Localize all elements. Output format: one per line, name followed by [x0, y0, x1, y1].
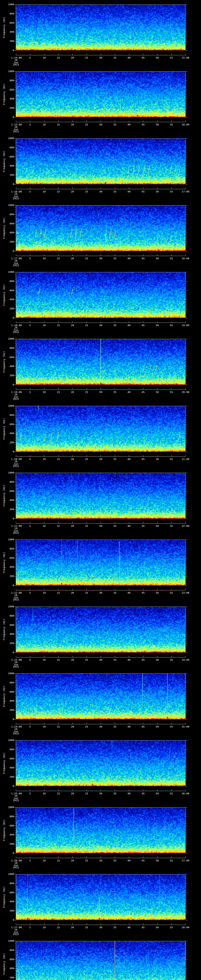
x-axis-end-time-label: 15:00: [177, 56, 195, 59]
x-tick-label: 15: [54, 56, 63, 59]
x-major-tick: [72, 455, 73, 457]
y-minor-tick: [15, 420, 16, 420]
y-axis-title: Frequency (Hz): [3, 874, 6, 920]
y-minor-tick-right: [186, 678, 187, 678]
y-minor-tick-right: [186, 364, 187, 364]
y-minor-tick: [15, 27, 16, 28]
date-line: 2015: [4, 532, 28, 534]
x-tick-label: 55: [167, 190, 176, 193]
spectrogram-panel: Frequency (Hz) 02004006008001000 1:18:00…: [0, 267, 201, 334]
y-tick-label: 600: [5, 757, 14, 760]
spectrogram-panel: Frequency (Hz) 02004006008001000 1:27:00…: [0, 870, 201, 937]
x-tick-label: 55: [167, 926, 176, 929]
y-minor-tick: [15, 37, 16, 37]
y-minor-tick: [15, 426, 16, 427]
x-axis-line: [16, 323, 186, 323]
x-tick-label: 10: [40, 659, 49, 661]
y-major-tick: [14, 786, 16, 786]
y-minor-tick: [15, 97, 16, 97]
x-tick-label: 25: [82, 56, 91, 59]
y-major-tick-right: [186, 844, 187, 844]
y-major-tick-right: [186, 205, 187, 205]
y-tick-label: 1000: [5, 204, 14, 207]
x-tick-label: 55: [167, 257, 176, 260]
y-minor-tick-right: [186, 687, 187, 687]
x-axis-line: [16, 256, 186, 256]
date-label: 16Jun2015: [4, 527, 28, 534]
y-major-tick: [14, 682, 16, 683]
x-major-tick: [86, 388, 87, 390]
spectrogram-canvas: [16, 272, 185, 318]
y-minor-tick-right: [186, 378, 187, 378]
y-axis-title: Frequency (Hz): [3, 473, 6, 519]
x-tick-label: 20: [68, 592, 77, 594]
y-minor-tick: [15, 315, 16, 316]
x-tick-label: 55: [167, 725, 176, 728]
x-tick-label: 30: [96, 725, 105, 728]
x-major-tick: [171, 522, 172, 523]
x-tick-label: 20: [68, 257, 77, 260]
x-tick-label: 30: [96, 257, 105, 260]
y-tick-label: 1000: [5, 672, 14, 675]
y-tick-label: 400: [5, 164, 14, 167]
y-minor-tick-right: [186, 484, 187, 485]
y-tick-label: 400: [5, 499, 14, 501]
y-minor-tick-right: [186, 177, 187, 178]
y-tick-label: 600: [5, 557, 14, 559]
x-tick-label: 50: [153, 458, 162, 461]
y-axis-title: Frequency (Hz): [3, 673, 6, 719]
x-tick-label: 45: [139, 324, 148, 327]
y-minor-tick: [15, 641, 16, 641]
y-minor-tick: [15, 763, 16, 764]
y-major-tick-right: [186, 14, 187, 14]
x-major-tick: [86, 522, 87, 523]
y-minor-tick: [15, 438, 16, 438]
y-tick-label: 400: [5, 432, 14, 435]
x-major-tick: [157, 321, 158, 323]
x-tick-label: 40: [124, 926, 134, 929]
y-minor-tick: [15, 161, 16, 162]
x-tick-label: 25: [82, 725, 91, 728]
y-tick-label: 0: [5, 852, 14, 854]
y-minor-tick-right: [186, 772, 187, 773]
x-tick-label: 55: [167, 592, 176, 594]
x-tick-label: 45: [139, 190, 148, 193]
x-major-tick: [86, 455, 87, 457]
y-minor-tick-right: [186, 908, 187, 909]
x-axis-end-time-label: 27:00: [177, 859, 195, 862]
y-minor-tick: [15, 76, 16, 76]
x-major-tick: [72, 723, 73, 724]
x-axis-end-time-label: 17:00: [177, 190, 195, 193]
y-major-tick: [14, 673, 16, 674]
y-minor-tick-right: [186, 170, 187, 171]
y-tick-label: 800: [5, 347, 14, 350]
y-minor-tick-right: [186, 293, 187, 293]
y-tick-label: 800: [5, 882, 14, 885]
x-tick-label: 5: [26, 190, 35, 193]
x-tick-label: 5: [26, 324, 35, 327]
x-tick-label: 35: [110, 592, 120, 594]
y-minor-tick: [15, 770, 16, 770]
y-minor-tick: [15, 288, 16, 288]
y-minor-tick: [15, 34, 16, 35]
y-major-tick: [14, 835, 16, 835]
y-major-tick: [14, 883, 16, 884]
y-minor-tick: [15, 821, 16, 821]
y-minor-tick: [15, 904, 16, 904]
x-tick-label: 10: [40, 592, 49, 594]
y-minor-tick: [15, 422, 16, 422]
x-tick-label: 50: [153, 725, 162, 728]
y-axis-title: Frequency (Hz): [3, 138, 6, 184]
x-major-tick: [72, 656, 73, 657]
x-tick-label: 45: [139, 123, 148, 126]
y-major-tick-right: [186, 175, 187, 175]
x-tick-label: 25: [82, 926, 91, 929]
x-tick-label: 55: [167, 324, 176, 327]
date-label: 16Jun2015: [4, 460, 28, 467]
x-tick-label: 45: [139, 926, 148, 929]
x-axis-end-time-label: 26:00: [177, 792, 195, 795]
y-major-tick: [14, 892, 16, 893]
y-minor-tick-right: [186, 646, 187, 646]
y-tick-label: 600: [5, 289, 14, 292]
x-tick-label: 5: [26, 926, 35, 929]
